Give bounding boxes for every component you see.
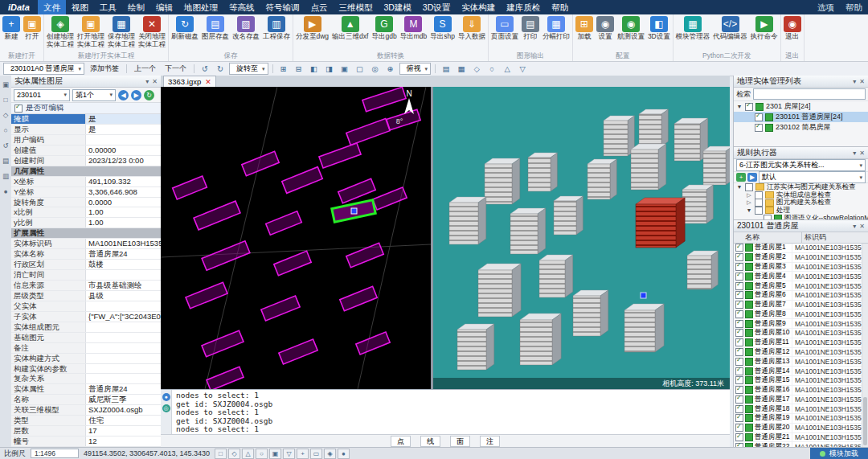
- toolbar-item[interactable]: ◧ ▾: [308, 64, 321, 74]
- table-row[interactable]: 普通房屋4 MA1001NE103H15351...: [734, 272, 868, 281]
- toolbar-item[interactable]: 下一个 ▾: [162, 64, 190, 74]
- toolbar-item[interactable]: 上一个 ▾: [131, 64, 159, 74]
- ribbon-button[interactable]: ◉ 退出: [782, 15, 803, 42]
- ribbon-button[interactable]: ✕ 关闭地理 实体工程: [137, 15, 167, 49]
- tool-icon[interactable]: □: [1, 95, 10, 105]
- property-row[interactable]: 实体属性 普通房屋24: [11, 384, 161, 395]
- table-row[interactable]: 普通房屋5 MA1001NE103H15351...: [734, 281, 868, 291]
- ribbon-button[interactable]: ⇓ 导入数据: [457, 15, 487, 42]
- property-row[interactable]: 掩膜 是: [11, 114, 161, 125]
- row-checkbox[interactable]: [735, 291, 743, 299]
- row-checkbox[interactable]: [735, 338, 743, 346]
- record-index-select[interactable]: 第1个▾: [72, 89, 116, 101]
- rule-tree-item[interactable]: ▷ 图元构建关系检查: [734, 199, 868, 207]
- row-checkbox[interactable]: [735, 301, 743, 309]
- tree-checkbox[interactable]: [755, 124, 763, 132]
- table-row[interactable]: 普通房屋2 MA1001NE103H15351...: [734, 253, 868, 263]
- expand-icon[interactable]: ▷: [746, 192, 752, 199]
- property-row[interactable]: 复杂关系: [11, 374, 161, 384]
- property-row[interactable]: 子实体 {"FW_A":["3C2043E0-2897-...: [11, 312, 161, 322]
- menu-item[interactable]: 视图: [66, 0, 94, 14]
- toolbar-item[interactable]: ▽ ▾: [516, 64, 529, 74]
- row-checkbox[interactable]: [735, 282, 743, 290]
- entity-tree-item[interactable]: 230102 简易房屋: [734, 122, 868, 133]
- rule-checkbox[interactable]: [745, 183, 753, 191]
- property-row[interactable]: 层级类型 县级: [11, 291, 161, 301]
- ribbon-button[interactable]: ◉ 设置: [595, 15, 616, 42]
- table-row[interactable]: 普通房屋1 MA1001NE103H15351...: [734, 244, 868, 253]
- menu-item[interactable]: 工具: [94, 0, 122, 14]
- ribbon-button[interactable]: G 导出gdb: [370, 15, 398, 42]
- snap-toggle-icon[interactable]: ▭: [310, 449, 322, 459]
- toolbar-item[interactable]: ⊞ ▾: [277, 64, 290, 74]
- property-row[interactable]: 实体构建方式: [11, 354, 161, 364]
- rule-checkbox[interactable]: [755, 191, 763, 199]
- property-row[interactable]: 用户编码: [11, 135, 161, 145]
- ribbon-button[interactable]: + 新建: [1, 15, 22, 42]
- editable-checkbox[interactable]: [14, 105, 23, 113]
- ribbon-button[interactable]: ▥ 工程保存: [261, 15, 292, 42]
- geometry-mode-button[interactable]: 线: [420, 436, 440, 447]
- map-2d-viewport[interactable]: N 8°: [161, 87, 431, 389]
- property-row[interactable]: 关联三维模型 SXJZ0004.osgb: [11, 405, 161, 416]
- property-row[interactable]: 备注: [11, 343, 161, 354]
- menu-item[interactable]: 实体构建: [456, 0, 501, 14]
- close-icon[interactable]: ✕: [859, 223, 865, 230]
- row-checkbox[interactable]: [735, 263, 743, 271]
- menu-item[interactable]: 绘制: [122, 0, 150, 14]
- tree-checkbox[interactable]: [745, 103, 753, 111]
- document-tab[interactable]: 3363.igxp ✕: [163, 76, 216, 87]
- ribbon-button[interactable]: ▣ 打开: [22, 15, 43, 42]
- ribbon-button[interactable]: ⊞ 加载: [574, 15, 595, 42]
- toolbar-item[interactable]: ⊕ ▾: [384, 64, 397, 74]
- tool-icon[interactable]: ↺: [1, 141, 10, 150]
- ribbon-button[interactable]: S 导出shp: [428, 15, 457, 42]
- close-icon[interactable]: ✕: [859, 78, 865, 85]
- toolbar-item[interactable]: ▤ ▾: [440, 64, 452, 74]
- table-row[interactable]: 普通房屋10 MA1001NE103H15351...: [734, 329, 868, 338]
- chevron-down-icon[interactable]: ▾: [145, 78, 149, 85]
- ribbon-button[interactable]: ↻ 刷新磁盘: [170, 15, 200, 42]
- property-row[interactable]: x比例 1.00: [11, 207, 161, 218]
- ribbon-button[interactable]: ▣ 打开地理 实体工程: [76, 15, 106, 49]
- property-row[interactable]: y比例 1.00: [11, 218, 161, 228]
- menu-item[interactable]: 编辑: [150, 0, 178, 14]
- ribbon-button[interactable]: ▦ 模块管理器: [674, 15, 712, 42]
- tool-icon[interactable]: ●: [1, 186, 10, 196]
- toolbar-item[interactable]: ⊟ ▾: [293, 64, 305, 74]
- ribbon-button[interactable]: ▶ 执行命令: [749, 15, 780, 42]
- toolbar-item[interactable]: ○ ▾: [485, 64, 498, 74]
- property-row[interactable]: 信息来源 市县级基础测绘: [11, 281, 161, 291]
- property-row[interactable]: 行政区划 鼓楼: [11, 260, 161, 270]
- close-icon[interactable]: ✕: [859, 150, 865, 157]
- row-checkbox[interactable]: [735, 386, 743, 394]
- property-row[interactable]: 幢号 12: [11, 436, 161, 447]
- row-checkbox[interactable]: [735, 433, 743, 441]
- tool-icon[interactable]: ▣: [1, 80, 10, 89]
- chevron-down-icon[interactable]: ▾: [853, 223, 856, 230]
- toolbar-item[interactable]: ▣ ▾: [338, 64, 351, 74]
- property-row[interactable]: 创建时间 2023/12/23 0:00: [11, 156, 161, 166]
- row-checkbox[interactable]: [735, 424, 743, 432]
- row-checkbox[interactable]: [735, 405, 743, 413]
- chevron-down-icon[interactable]: ▾: [853, 150, 856, 157]
- rule-set-select[interactable]: 6-江苏图元实体关系转检...▾: [736, 159, 866, 171]
- table-row[interactable]: 普通房屋19 MA1001NE103H15351...: [734, 414, 868, 424]
- toolbar-item[interactable]: ▦ ▾: [455, 64, 468, 74]
- ribbon-button[interactable]: ▦ 保存地理 实体工程: [106, 15, 137, 49]
- ribbon-button[interactable]: ◈ 创建地理 实体工程: [45, 15, 76, 49]
- toolbar-item[interactable]: 旋转至 ▾: [229, 63, 268, 75]
- table-row[interactable]: 普通房屋16 MA1001NE103H15351...: [734, 386, 868, 395]
- command-log[interactable]: nodes to select: 1get id: SXJZ0004.osgbn…: [172, 390, 730, 434]
- property-row[interactable]: X坐标 491,109.332: [11, 177, 161, 187]
- snap-toggle-icon[interactable]: ▽: [283, 449, 295, 459]
- column-name[interactable]: 名称: [734, 232, 802, 243]
- entity-tree-item[interactable]: 230101 普通房屋[24]: [734, 112, 868, 122]
- tree-checkbox[interactable]: [755, 113, 763, 121]
- geometry-mode-button[interactable]: 面: [450, 436, 470, 447]
- row-checkbox[interactable]: [735, 244, 743, 252]
- toolbar-item[interactable]: ▾: [435, 64, 436, 73]
- ribbon-button[interactable]: ◧ 3D设置: [646, 15, 672, 42]
- toolbar-item[interactable]: ▢ ▾: [354, 64, 366, 74]
- scene-3d-canvas[interactable]: 相机高度: 373.11米: [433, 87, 730, 389]
